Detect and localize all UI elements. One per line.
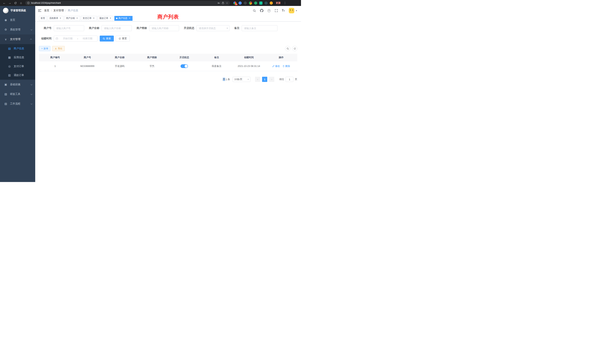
- sidebar-item-app-info[interactable]: ▦ 应用信息: [0, 53, 35, 62]
- site-info-icon[interactable]: [27, 2, 30, 4]
- refresh-icon: [119, 37, 121, 40]
- remark-input[interactable]: [242, 25, 278, 31]
- goto-page-input[interactable]: [286, 77, 293, 82]
- status-toggle[interactable]: [181, 64, 188, 68]
- extension-square-icon[interactable]: [259, 1, 262, 5]
- goto-label: 前往: [279, 78, 284, 81]
- home-icon[interactable]: ⌂: [19, 0, 23, 5]
- extension-dark-icon[interactable]: [244, 1, 247, 5]
- extension-grid-icon[interactable]: 10: [233, 1, 236, 5]
- sidebar-item-system[interactable]: ⚙ 系统管理: [0, 25, 35, 34]
- form-item-short-name: 商户简称: [137, 25, 179, 31]
- search-icon: [287, 47, 289, 50]
- hamburger-icon[interactable]: [35, 9, 44, 12]
- delete-link[interactable]: 删除: [282, 64, 290, 68]
- github-icon[interactable]: [260, 9, 263, 12]
- help-icon[interactable]: ?: [268, 9, 271, 12]
- short-name-input[interactable]: [149, 25, 179, 31]
- date-end-placeholder[interactable]: 结束日期: [79, 37, 96, 40]
- sidebar-item-workflow[interactable]: ▨ 工作流程: [0, 99, 35, 109]
- refresh-table-button[interactable]: [292, 46, 297, 51]
- sidebar-item-infra[interactable]: ▣ 基础设施: [0, 80, 35, 89]
- date-range-picker[interactable]: 开始日期 - 结束日期: [54, 36, 97, 42]
- user-avatar[interactable]: [289, 8, 294, 13]
- tab-merchant-info[interactable]: 商户信息 ×: [114, 16, 132, 21]
- sidebar-item-label: 研发工具: [10, 93, 20, 96]
- status-select[interactable]: [196, 25, 229, 31]
- col-merchant-no: 商户号: [71, 56, 103, 59]
- extension-color-icon[interactable]: [249, 1, 252, 5]
- tab-refund-order[interactable]: 退款订单 ×: [98, 16, 113, 21]
- reset-button[interactable]: 重置: [116, 36, 130, 42]
- sidebar-item-merchant-info[interactable]: ▤ 商户信息: [0, 44, 35, 53]
- table-header-row: 商户编号 商户号 商户全称 商户简称 开启状态 备注 创建时间 操作: [39, 54, 297, 61]
- browser-update-button[interactable]: 更新: [276, 1, 281, 5]
- profile-avatar-icon[interactable]: [270, 1, 273, 5]
- question-mark: ?: [268, 10, 270, 12]
- tags-view-bar: 首页 流程表单 × 用户分组 × 支付订单 × 退款订单 ×: [35, 15, 301, 21]
- url-text[interactable]: localhost:1024/pay/merchant: [31, 2, 216, 4]
- fullscreen-icon[interactable]: [275, 9, 278, 12]
- breadcrumb-home[interactable]: 首页: [44, 9, 49, 12]
- forward-icon[interactable]: →: [7, 0, 12, 5]
- extension-drop-icon[interactable]: [238, 1, 242, 5]
- sidebar-item-payment[interactable]: ¥ 支付管理: [0, 34, 35, 44]
- sidebar-item-home[interactable]: ◉ 首页: [0, 15, 35, 25]
- breadcrumb-section[interactable]: 支付管理: [53, 9, 64, 12]
- back-icon[interactable]: ←: [2, 0, 7, 5]
- page-1-button[interactable]: 1: [262, 77, 267, 82]
- tab-process-form[interactable]: 流程表单 ×: [48, 16, 63, 21]
- bookmark-star-icon[interactable]: ☆: [226, 1, 228, 4]
- sidebar-item-label: 支付订单: [14, 65, 24, 68]
- tab-pay-order[interactable]: 支付订单 ×: [81, 16, 97, 21]
- tab-label: 商户信息: [118, 17, 127, 20]
- hide-search-icon-button[interactable]: [285, 46, 290, 51]
- close-icon[interactable]: ×: [128, 17, 131, 20]
- sidebar-item-refund-order[interactable]: ▥ 退款订单: [0, 71, 35, 80]
- merchant-no-input[interactable]: [54, 25, 84, 31]
- breadcrumb: 首页 / 支付管理 / 商户信息: [44, 9, 78, 12]
- add-button-label: 新增: [43, 47, 48, 50]
- tab-user-group[interactable]: 用户分组 ×: [64, 16, 80, 21]
- search-button[interactable]: 搜索: [100, 36, 114, 42]
- avatar-caret-icon[interactable]: ▾: [296, 10, 297, 12]
- tab-label: 用户分组: [66, 17, 75, 20]
- form-item-merchant-no: 商户号: [39, 25, 84, 31]
- close-icon[interactable]: ×: [93, 17, 95, 20]
- extension-pinwheel-icon[interactable]: [265, 1, 268, 5]
- goto-page: 前往 页: [279, 77, 297, 82]
- font-size-icon[interactable]: TT: [282, 9, 285, 12]
- url-bar[interactable]: localhost:1024/pay/merchant ☆: [25, 1, 230, 5]
- header-search-icon[interactable]: [253, 9, 256, 12]
- sidebar-item-pay-order[interactable]: ◎ 支付订单: [0, 62, 35, 71]
- password-key-icon[interactable]: [217, 2, 220, 4]
- prev-page-button[interactable]: ‹: [255, 77, 260, 82]
- close-icon[interactable]: ×: [109, 17, 112, 20]
- dev-tools-icon: ▧: [4, 93, 8, 96]
- reload-icon[interactable]: [13, 0, 18, 5]
- export-button[interactable]: 导出: [52, 46, 65, 51]
- page-size-select[interactable]: 10条/页 ▾: [233, 77, 250, 82]
- sidebar-item-label: 应用信息: [14, 56, 24, 59]
- status-label: 开启状态: [184, 26, 194, 30]
- tab-label: 支付订单: [83, 17, 92, 20]
- browser-menu-icon[interactable]: ⋮: [283, 1, 287, 5]
- share-icon[interactable]: [222, 2, 224, 4]
- date-start-placeholder[interactable]: 开始日期: [60, 37, 76, 40]
- tab-home[interactable]: 首页: [39, 16, 47, 21]
- sidebar-item-dev-tools[interactable]: ▧ 研发工具: [0, 89, 35, 99]
- breadcrumb-separator: /: [51, 9, 52, 12]
- next-page-button[interactable]: ›: [269, 77, 274, 82]
- refresh-icon: [294, 47, 296, 50]
- sidebar-logo[interactable]: 芋道管理系统: [0, 6, 35, 15]
- extension-green-icon[interactable]: [254, 1, 257, 5]
- chevron-down-icon: [31, 93, 32, 95]
- close-icon[interactable]: ×: [59, 17, 62, 20]
- total-prefix: 共: [223, 78, 225, 81]
- full-name-input[interactable]: [102, 25, 132, 31]
- reset-button-label: 重置: [122, 37, 127, 40]
- edit-link[interactable]: 修改: [272, 64, 280, 68]
- close-icon[interactable]: ×: [76, 17, 78, 20]
- form-item-remark: 备注: [234, 25, 278, 31]
- add-button[interactable]: + 新增: [39, 46, 50, 51]
